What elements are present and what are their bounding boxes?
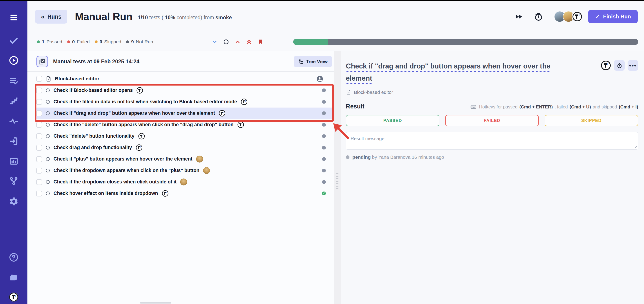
milestones-steps-icon[interactable] — [8, 96, 19, 106]
result-status-icon — [322, 88, 326, 92]
assignee-avatar-logo — [138, 133, 145, 140]
assignee-avatar-logo — [218, 110, 226, 117]
hotkey-skipped: (Cmd + I) — [619, 104, 638, 110]
menu-icon[interactable] — [8, 12, 19, 23]
result-message-input[interactable] — [346, 132, 638, 150]
result-status-icon — [322, 180, 326, 184]
participant-avatar-logo[interactable] — [572, 11, 583, 22]
test-row[interactable]: Check if the filled in data is not lost … — [36, 96, 333, 108]
tree-view-icon — [298, 59, 304, 64]
more-options-button[interactable]: ••• — [628, 60, 638, 71]
assignee-avatar-photo — [180, 178, 187, 185]
author-avatar-logo[interactable] — [600, 60, 611, 71]
status-label: Not Run — [136, 39, 153, 44]
suite-doc-icon — [346, 89, 352, 95]
horizontal-scrollbar-thumb[interactable] — [140, 302, 171, 304]
reports-chart-icon[interactable] — [8, 156, 19, 166]
help-icon[interactable] — [8, 252, 19, 263]
test-title: Check if "drag and drop" button appears … — [54, 111, 215, 116]
row-checkbox[interactable] — [36, 111, 42, 116]
back-to-runs-button[interactable]: « Runs — [35, 10, 67, 23]
workspace-logo-icon[interactable] — [8, 292, 19, 302]
priority-low-icon[interactable] — [212, 39, 218, 45]
tree-view-button[interactable]: Tree View — [294, 56, 332, 67]
test-row[interactable]: Check if the dropdown appears when click… — [36, 165, 333, 176]
test-row[interactable]: Check if the dropdown closes when click … — [36, 176, 333, 188]
untested-ring-icon — [46, 111, 50, 115]
status-dot-icon — [126, 40, 129, 43]
sign-in-icon[interactable] — [8, 136, 19, 147]
assignee-avatar-logo — [162, 190, 169, 197]
activity-pulse-icon[interactable] — [8, 116, 19, 126]
divider-line — [28, 71, 334, 72]
row-checkbox[interactable] — [36, 156, 42, 162]
test-row[interactable]: Check if "plus" button appears when hove… — [36, 153, 333, 165]
status-summary-item[interactable]: 1 Passed — [37, 39, 62, 44]
run-name: Manual tests at 09 Feb 2025 14:24 — [53, 58, 140, 65]
status-dot-icon — [67, 40, 70, 43]
status-dot-icon — [37, 40, 40, 43]
status-count: 9 — [131, 39, 134, 44]
row-checkbox[interactable] — [36, 88, 42, 93]
drag-handle-icon[interactable] — [336, 173, 340, 191]
test-row[interactable]: Check hover effect on items inside dropd… — [36, 188, 333, 199]
test-review-icon[interactable] — [8, 76, 19, 86]
status-summary-item[interactable]: 9 Not Run — [126, 39, 153, 44]
panel-resize-divider[interactable] — [334, 51, 341, 304]
row-checkbox[interactable] — [36, 179, 42, 185]
finish-run-button[interactable]: ✓ Finish Run — [588, 10, 638, 23]
assignee-avatar-photo — [196, 155, 203, 162]
fast-forward-icon[interactable] — [514, 12, 524, 21]
row-checkbox[interactable] — [36, 133, 42, 139]
tests-check-icon[interactable] — [8, 35, 19, 46]
test-title: Check if Block-based editor opens — [54, 88, 133, 93]
status-summary-item[interactable]: 0 Skipped — [95, 39, 122, 44]
test-row[interactable]: Check if Block-based editor opens — [36, 85, 333, 96]
time-tracking-button[interactable] — [614, 60, 625, 71]
result-status-icon — [322, 146, 326, 150]
test-title: Check if the dropdown appears when click… — [54, 168, 200, 173]
timer-icon[interactable] — [534, 12, 543, 21]
test-row[interactable]: Check drag and drop functionality — [36, 142, 333, 153]
finish-run-label: Finish Run — [603, 13, 631, 20]
status-summary-item[interactable]: 0 Failed — [67, 39, 90, 44]
group-checkbox[interactable] — [36, 76, 42, 82]
hotkeys-hint: Hotkeys for passed (Cmd + ENTER) , faile… — [470, 104, 638, 110]
detail-actions: ••• — [600, 60, 638, 71]
runs-play-icon[interactable] — [8, 55, 19, 66]
bookmark-icon[interactable] — [258, 39, 264, 45]
test-title: Check if "plus" button appears when hove… — [54, 156, 192, 162]
test-row[interactable]: Check if "drag and drop" button appears … — [36, 108, 333, 119]
failed-button[interactable]: FAILED — [445, 115, 539, 126]
row-checkbox[interactable] — [36, 191, 42, 196]
assignee-filter-icon[interactable] — [316, 75, 323, 82]
tree-view-label: Tree View — [306, 59, 328, 64]
untested-ring-icon — [46, 123, 50, 127]
priority-none-icon[interactable] — [223, 39, 229, 45]
priority-high-icon[interactable] — [234, 39, 240, 45]
run-stats: 1/10 tests ( 10% completed) from smoke — [138, 14, 232, 21]
progress-bar-fill — [293, 39, 328, 45]
skipped-button[interactable]: SKIPPED — [544, 115, 638, 126]
test-detail-title[interactable]: Check if "drag and drop" button appears … — [346, 60, 571, 84]
row-checkbox[interactable] — [36, 145, 42, 151]
row-checkbox[interactable] — [36, 122, 42, 128]
result-status-icon — [322, 157, 326, 161]
row-checkbox[interactable] — [36, 168, 42, 173]
select-all-checkbox[interactable] — [36, 56, 48, 67]
integrations-branch-icon[interactable] — [8, 176, 19, 186]
settings-gear-icon[interactable] — [8, 196, 19, 207]
pending-state: pending — [352, 154, 371, 160]
row-checkbox[interactable] — [36, 99, 42, 105]
projects-folder-icon[interactable] — [8, 272, 19, 283]
app-window: « Runs Manual Run 1/10 tests ( 10% compl… — [0, 0, 644, 304]
result-status-icon — [322, 191, 326, 195]
priority-highest-icon[interactable] — [246, 39, 252, 45]
test-row[interactable]: Check "delete" button functionality — [36, 131, 333, 142]
status-count: 1 — [42, 39, 44, 44]
test-row[interactable]: Check if the "delete" button appears whe… — [36, 119, 333, 131]
stats-text2: completed) from — [176, 14, 214, 20]
suite-doc-icon — [46, 76, 52, 82]
suite-group-row[interactable]: Block-based editor — [28, 73, 334, 85]
passed-button[interactable]: PASSED — [346, 115, 440, 126]
